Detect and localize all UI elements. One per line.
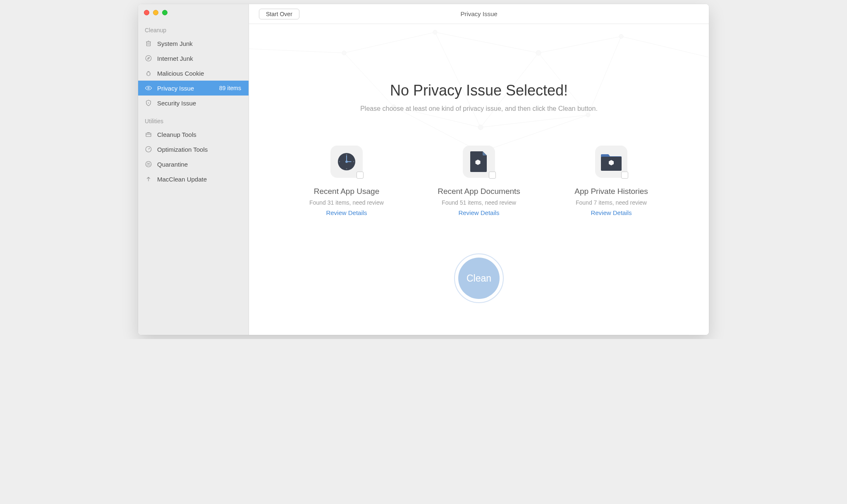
svg-rect-37: [478, 160, 478, 165]
svg-rect-0: [147, 42, 151, 46]
svg-line-7: [249, 49, 344, 53]
svg-point-34: [353, 161, 354, 162]
review-details-link[interactable]: Review Details: [326, 209, 367, 216]
bug-icon: [145, 69, 152, 77]
svg-point-26: [478, 125, 483, 130]
sidebar-item-malicious-cookie[interactable]: Malicious Cookie: [138, 66, 249, 81]
sidebar-item-label: Quarantine: [157, 161, 188, 168]
svg-line-8: [344, 32, 435, 53]
empty-state-subtext: Please choose at least one kind of priva…: [360, 105, 598, 112]
sidebar-item-cleanup-tools[interactable]: Cleanup Tools: [138, 127, 249, 142]
empty-state-heading: No Privacy Issue Selected!: [360, 82, 598, 99]
svg-point-35: [346, 168, 347, 170]
svg-rect-32: [347, 161, 352, 162]
sidebar-item-label: Security Issue: [157, 100, 196, 107]
topbar: Start Over Privacy Issue: [249, 4, 709, 24]
start-over-button[interactable]: Start Over: [259, 9, 299, 19]
card-recent-app-documents: Recent App Documents Found 51 items, nee…: [433, 146, 524, 216]
sidebar-section-utilities: Utilities: [138, 110, 249, 127]
sidebar-item-optimization-tools[interactable]: Optimization Tools: [138, 142, 249, 157]
svg-point-6: [146, 161, 151, 167]
svg-point-36: [339, 161, 340, 162]
shield-icon: [145, 99, 152, 107]
svg-point-2: [147, 72, 150, 76]
card-title: App Private Histories: [574, 187, 648, 196]
trash-icon: [145, 40, 152, 47]
sidebar-item-label: Malicious Cookie: [157, 70, 204, 77]
card-checkbox-usage[interactable]: [357, 172, 364, 179]
main-panel: Start Over Privacy Issue No Privacy Issu…: [249, 4, 709, 335]
toolbox-icon: [145, 131, 152, 138]
sidebar-item-privacy-issue[interactable]: Privacy Issue 89 items: [138, 81, 249, 96]
sidebar-item-label: System Junk: [157, 40, 193, 47]
svg-point-23: [536, 50, 541, 55]
app-window: Cleanup System Junk Internet Junk Malici…: [138, 4, 709, 335]
empty-state-message: No Privacy Issue Selected! Please choose…: [360, 82, 598, 112]
sidebar-item-macclean-update[interactable]: MacClean Update: [138, 172, 249, 186]
sidebar-item-label: Internet Junk: [157, 55, 193, 62]
card-title: Recent App Usage: [314, 187, 379, 196]
svg-line-18: [481, 115, 588, 127]
content-area: No Privacy Issue Selected! Please choose…: [249, 24, 709, 335]
sidebar-item-label: Optimization Tools: [157, 146, 208, 153]
card-subtext: Found 51 items, need review: [442, 199, 516, 206]
svg-line-11: [621, 36, 708, 57]
page-title: Privacy Issue: [249, 10, 709, 17]
svg-point-33: [346, 154, 347, 155]
sidebar: Cleanup System Junk Internet Junk Malici…: [138, 4, 249, 335]
gauge-icon: [145, 146, 152, 153]
card-subtext: Found 31 items, need review: [309, 199, 384, 206]
sidebar-item-badge: 89 items: [219, 85, 242, 91]
svg-point-21: [342, 51, 346, 55]
compass-icon: [145, 55, 152, 62]
sidebar-section-cleanup: Cleanup: [138, 19, 249, 36]
maximize-window-button[interactable]: [162, 10, 167, 15]
svg-point-27: [586, 113, 590, 117]
svg-rect-4: [146, 133, 151, 136]
svg-point-24: [619, 34, 623, 38]
card-title: Recent App Documents: [438, 187, 520, 196]
svg-line-9: [435, 32, 538, 53]
window-controls: [138, 4, 249, 19]
card-app-private-histories: App Private Histories Found 7 items, nee…: [566, 146, 657, 216]
sidebar-item-system-junk[interactable]: System Junk: [138, 36, 249, 51]
sidebar-item-label: Privacy Issue: [157, 85, 194, 92]
svg-point-3: [148, 87, 149, 89]
eye-icon: [145, 84, 152, 92]
card-recent-app-usage: Recent App Usage Found 31 items, need re…: [301, 146, 392, 216]
card-checkbox-documents[interactable]: [489, 172, 496, 179]
svg-point-22: [433, 30, 437, 34]
sidebar-item-label: Cleanup Tools: [157, 131, 196, 138]
sidebar-item-security-issue[interactable]: Security Issue: [138, 96, 249, 110]
minimize-window-button[interactable]: [153, 10, 158, 15]
sidebar-item-label: MacClean Update: [157, 176, 207, 183]
card-subtext: Found 7 items, need review: [576, 199, 647, 206]
svg-rect-31: [346, 155, 347, 161]
quarantine-icon: [145, 160, 152, 168]
sidebar-item-quarantine[interactable]: Quarantine: [138, 157, 249, 172]
privacy-categories: Recent App Usage Found 31 items, need re…: [301, 146, 657, 216]
review-details-link[interactable]: Review Details: [458, 209, 499, 216]
clean-button-ring: Clean: [454, 253, 504, 303]
close-window-button[interactable]: [144, 10, 149, 15]
svg-point-1: [146, 55, 151, 61]
sidebar-item-internet-junk[interactable]: Internet Junk: [138, 51, 249, 66]
upload-icon: [145, 175, 152, 183]
review-details-link[interactable]: Review Details: [591, 209, 632, 216]
clean-button[interactable]: Clean: [458, 258, 500, 299]
svg-line-10: [538, 36, 621, 53]
svg-line-13: [435, 32, 481, 127]
card-checkbox-histories[interactable]: [621, 172, 628, 179]
